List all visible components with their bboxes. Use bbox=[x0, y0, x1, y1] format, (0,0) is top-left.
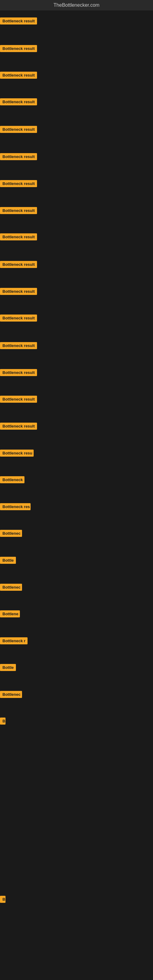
bottleneck-badge-4: Bottleneck result bbox=[0, 98, 37, 105]
bottleneck-badge-18: Bottleneck bbox=[0, 476, 24, 483]
bottleneck-badge-21: Bottle bbox=[0, 557, 16, 564]
bottleneck-item-23[interactable]: Bottlene bbox=[0, 610, 20, 619]
bottleneck-badge-25: Bottle bbox=[0, 664, 16, 671]
bottleneck-item-28[interactable]: B bbox=[0, 896, 5, 904]
bottleneck-item-12[interactable]: Bottleneck result bbox=[0, 315, 37, 323]
bottleneck-item-6[interactable]: Bottleneck result bbox=[0, 153, 37, 161]
bottleneck-item-10[interactable]: Bottleneck result bbox=[0, 261, 37, 269]
bottleneck-item-24[interactable]: Bottleneck r bbox=[0, 637, 27, 646]
bottleneck-item-2[interactable]: Bottleneck result bbox=[0, 45, 37, 53]
bottleneck-badge-16: Bottleneck result bbox=[0, 423, 37, 430]
bottleneck-item-11[interactable]: Bottleneck result bbox=[0, 288, 37, 296]
bottleneck-item-5[interactable]: Bottleneck result bbox=[0, 126, 37, 134]
bottleneck-badge-22: Bottlenec bbox=[0, 584, 22, 591]
bottleneck-badge-26: Bottlenec bbox=[0, 691, 22, 698]
bottleneck-badge-20: Bottlenec bbox=[0, 530, 22, 537]
bottleneck-badge-15: Bottleneck result bbox=[0, 396, 37, 403]
bottleneck-badge-17: Bottleneck resu bbox=[0, 450, 33, 457]
bottleneck-item-1[interactable]: Bottleneck result bbox=[0, 18, 37, 26]
bottleneck-badge-24: Bottleneck r bbox=[0, 637, 27, 644]
bottleneck-item-18[interactable]: Bottleneck bbox=[0, 476, 24, 485]
bottleneck-item-4[interactable]: Bottleneck result bbox=[0, 98, 37, 107]
bottleneck-item-9[interactable]: Bottleneck result bbox=[0, 233, 37, 242]
bottleneck-badge-3: Bottleneck result bbox=[0, 72, 37, 79]
bottleneck-item-26[interactable]: Bottlenec bbox=[0, 691, 22, 699]
bottleneck-badge-2: Bottleneck result bbox=[0, 45, 37, 52]
bottleneck-item-8[interactable]: Bottleneck result bbox=[0, 207, 37, 215]
bottleneck-badge-6: Bottleneck result bbox=[0, 153, 37, 160]
bottleneck-item-13[interactable]: Bottleneck result bbox=[0, 342, 37, 350]
bottleneck-badge-5: Bottleneck result bbox=[0, 126, 37, 133]
bottleneck-item-19[interactable]: Bottleneck res bbox=[0, 503, 30, 511]
bottleneck-badge-19: Bottleneck res bbox=[0, 503, 30, 510]
site-title: TheBottlenecker.com bbox=[0, 0, 153, 10]
bottleneck-badge-1: Bottleneck result bbox=[0, 18, 37, 24]
bottleneck-item-16[interactable]: Bottleneck result bbox=[0, 423, 37, 431]
bottleneck-badge-10: Bottleneck result bbox=[0, 261, 37, 268]
bottleneck-badge-27: B bbox=[0, 718, 5, 725]
bottleneck-badge-14: Bottleneck result bbox=[0, 369, 37, 376]
bottleneck-badge-11: Bottleneck result bbox=[0, 288, 37, 295]
bottleneck-item-21[interactable]: Bottle bbox=[0, 557, 16, 565]
bottleneck-item-3[interactable]: Bottleneck result bbox=[0, 72, 37, 80]
bottleneck-item-15[interactable]: Bottleneck result bbox=[0, 396, 37, 404]
bottleneck-badge-7: Bottleneck result bbox=[0, 180, 37, 187]
bottleneck-badge-8: Bottleneck result bbox=[0, 207, 37, 214]
bottleneck-badge-28: B bbox=[0, 896, 5, 903]
bottleneck-item-17[interactable]: Bottleneck resu bbox=[0, 450, 33, 458]
bottleneck-item-7[interactable]: Bottleneck result bbox=[0, 180, 37, 188]
bottleneck-item-22[interactable]: Bottlenec bbox=[0, 584, 22, 592]
bottleneck-item-14[interactable]: Bottleneck result bbox=[0, 369, 37, 377]
bottleneck-badge-23: Bottlene bbox=[0, 610, 20, 617]
bottleneck-item-20[interactable]: Bottlenec bbox=[0, 530, 22, 538]
bottleneck-item-25[interactable]: Bottle bbox=[0, 664, 16, 672]
bottleneck-item-27[interactable]: B bbox=[0, 718, 5, 726]
bottleneck-badge-12: Bottleneck result bbox=[0, 315, 37, 321]
bottleneck-badge-9: Bottleneck result bbox=[0, 233, 37, 240]
bottleneck-badge-13: Bottleneck result bbox=[0, 342, 37, 349]
